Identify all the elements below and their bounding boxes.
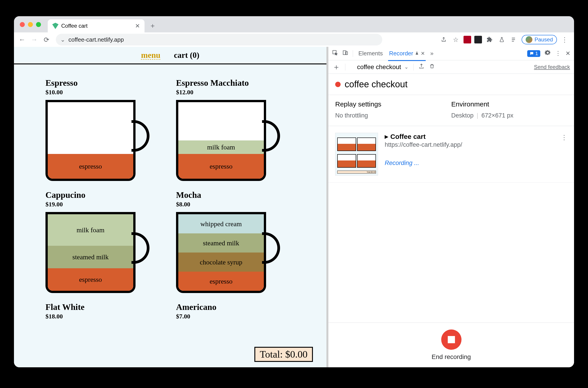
profile-paused-chip[interactable]: Paused <box>522 35 557 44</box>
back-button[interactable]: ← <box>17 35 27 45</box>
cup-espresso[interactable]: espresso <box>46 100 149 181</box>
reading-list-icon[interactable] <box>510 35 518 44</box>
issues-button[interactable]: 1 <box>527 50 540 57</box>
product-name: Espresso Macchiato <box>176 78 295 88</box>
product-name: Espresso <box>46 78 165 88</box>
product-price: $19.00 <box>46 201 165 208</box>
minimize-window-button[interactable] <box>28 22 33 27</box>
reload-button[interactable]: ⟳ <box>41 35 51 45</box>
vue-favicon-icon <box>52 23 59 29</box>
tab-close-icon[interactable]: ✕ <box>421 51 425 56</box>
new-tab-button[interactable]: ＋ <box>148 21 158 31</box>
labs-flask-icon[interactable] <box>497 35 506 44</box>
cup-mocha[interactable]: whipped cream steamed milk chocolate syr… <box>176 212 280 293</box>
product-price: $7.00 <box>176 313 295 320</box>
tab-title: Coffee cart <box>61 23 88 29</box>
window-controls <box>20 22 41 27</box>
content-row: menu cart (0) Espresso $10.00 espresso <box>14 47 574 367</box>
devtools-tabbar: Elements Recorder ✕ » 1 ⋮ <box>328 47 574 60</box>
step-more-icon[interactable]: ⋮ <box>561 134 567 141</box>
toolbar: ← → ⟳ ⌄ coffee-cart.netlify.app ☆ <box>14 32 574 47</box>
recording-status: Recording ... <box>385 160 567 167</box>
product-name: Cappucino <box>46 190 165 200</box>
step-info: ▶ Coffee cart https://coffee-cart.netlif… <box>385 133 567 175</box>
page-topnav: menu cart (0) <box>14 47 326 64</box>
tab-coffee-cart[interactable]: Coffee cart ✕ <box>48 19 145 32</box>
send-feedback-link[interactable]: Send feedback <box>534 64 570 70</box>
layer-espresso: espresso <box>48 268 133 291</box>
forward-button[interactable]: → <box>29 35 39 45</box>
layer-whipped-cream: whipped cream <box>178 214 264 233</box>
tabstrip: Coffee cart ✕ ＋ <box>48 16 158 32</box>
maximize-window-button[interactable] <box>36 22 41 27</box>
layer-espresso: espresso <box>178 272 264 291</box>
devtools-resize-handle[interactable] <box>326 47 328 367</box>
step-url: https://coffee-cart.netlify.app/ <box>385 141 567 148</box>
tab-recorder[interactable]: Recorder ✕ <box>388 50 426 61</box>
browser-window: Coffee cart ✕ ＋ ← → ⟳ ⌄ coffee-cart.netl… <box>14 16 574 367</box>
cup-macchiato[interactable]: milk foam espresso <box>176 100 280 181</box>
total-box[interactable]: Total: $0.00 <box>254 347 313 362</box>
separator: | <box>477 112 478 119</box>
end-recording-button[interactable] <box>441 330 462 350</box>
replay-settings-value[interactable]: No throttling <box>335 112 451 119</box>
settings-gear-icon[interactable] <box>545 50 551 57</box>
step-thumbnail: Total:$0.00 <box>335 133 378 175</box>
product-espresso-macchiato: Espresso Macchiato $12.00 milk foam espr… <box>176 78 295 181</box>
issues-count: 1 <box>535 51 538 56</box>
environment-col: Environment Desktop | 672×671 px <box>451 100 567 119</box>
inspect-element-icon[interactable] <box>332 50 338 57</box>
delete-icon[interactable] <box>429 63 435 71</box>
separator <box>413 64 414 71</box>
layer-steamed-milk: steamed milk <box>48 246 133 268</box>
recording-selector[interactable]: coffee checkout ⌄ <box>357 63 408 71</box>
address-bar[interactable]: ⌄ coffee-cart.netlify.app <box>56 34 382 46</box>
recorder-footer: End recording <box>328 322 574 367</box>
cup-cappucino[interactable]: milk foam steamed milk espresso <box>46 212 149 293</box>
extensions-puzzle-icon[interactable] <box>485 35 494 44</box>
address-url: coffee-cart.netlify.app <box>69 36 124 43</box>
tab-elements[interactable]: Elements <box>358 50 384 57</box>
share-icon[interactable] <box>439 35 448 44</box>
expand-triangle-icon[interactable]: ▶ <box>385 134 388 139</box>
page-viewport: menu cart (0) Espresso $10.00 espresso <box>14 47 326 367</box>
product-price: $12.00 <box>176 89 295 96</box>
replay-settings-heading: Replay settings <box>335 100 451 108</box>
new-recording-button[interactable]: ＋ <box>333 62 340 72</box>
layer-espresso: espresso <box>48 154 133 179</box>
kebab-menu-icon[interactable]: ⋮ <box>560 35 569 44</box>
export-icon[interactable] <box>418 63 424 71</box>
devtools-close-icon[interactable]: ✕ <box>565 50 570 57</box>
device-toggle-icon[interactable] <box>343 50 348 57</box>
tab-close-button[interactable]: ✕ <box>135 23 140 29</box>
separator <box>345 64 345 71</box>
site-info-icon[interactable]: ⌄ <box>60 36 65 43</box>
flask-icon <box>415 51 419 56</box>
layer-steamed-milk: steamed milk <box>178 233 264 252</box>
nav-menu-link[interactable]: menu <box>141 50 161 60</box>
paused-label: Paused <box>535 36 553 43</box>
layer-milk-foam: milk foam <box>178 141 264 154</box>
cup-handle-icon <box>262 232 280 264</box>
environment-device: Desktop <box>451 112 474 119</box>
replay-settings-col: Replay settings No throttling <box>335 100 451 119</box>
recorder-toolbar: ＋ coffee checkout ⌄ Send feedback <box>328 60 574 74</box>
product-name: Flat White <box>46 302 165 312</box>
profile-avatar-icon <box>526 36 532 43</box>
close-window-button[interactable] <box>20 22 25 27</box>
nav-cart-link[interactable]: cart (0) <box>174 50 199 60</box>
environment-size: 672×671 px <box>482 112 514 119</box>
devtools-panel: Elements Recorder ✕ » 1 ⋮ <box>328 47 574 367</box>
product-cappucino: Cappucino $19.00 milk foam steamed milk … <box>46 190 165 293</box>
cup-handle-icon <box>131 120 149 152</box>
more-tabs-chevron-icon[interactable]: » <box>430 50 433 57</box>
recorder-step[interactable]: Total:$0.00 ▶ Coffee cart https://coffee… <box>328 126 574 183</box>
extension-icon-1[interactable] <box>464 36 471 44</box>
devtools-kebab-icon[interactable]: ⋮ <box>555 50 561 57</box>
product-grid: Espresso $10.00 espresso Espresso Macchi… <box>14 64 326 338</box>
bookmark-star-icon[interactable]: ☆ <box>451 35 460 44</box>
titlebar: Coffee cart ✕ ＋ <box>14 16 574 32</box>
product-price: $10.00 <box>46 89 165 96</box>
extension-icon-2[interactable] <box>474 36 482 44</box>
product-price: $8.00 <box>176 201 295 208</box>
